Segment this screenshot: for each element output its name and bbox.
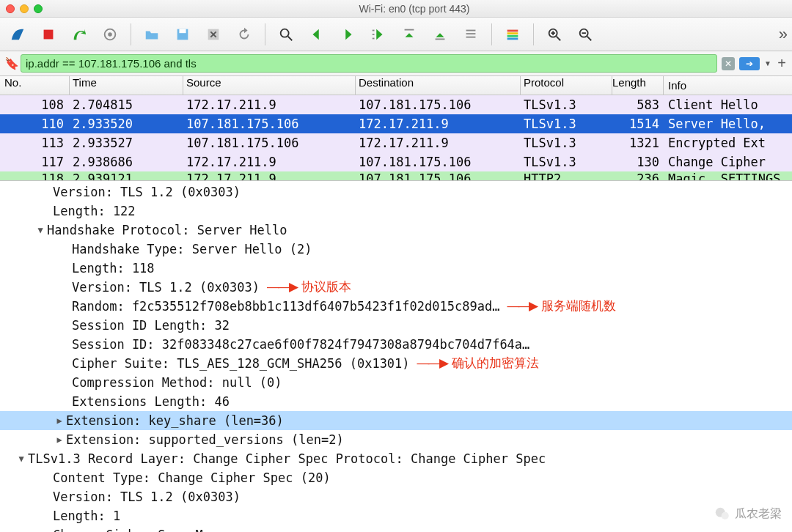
- svg-rect-15: [466, 36, 476, 37]
- packet-row[interactable]: 1082.704815172.17.211.9107.181.175.106TL…: [0, 95, 792, 114]
- chevron-down-icon[interactable]: ▼: [15, 449, 28, 468]
- tree-field[interactable]: Session ID Length: 32: [0, 316, 792, 335]
- go-first-button[interactable]: [396, 22, 422, 47]
- zoom-in-button[interactable]: [541, 22, 568, 47]
- annotation-text: 确认的加密算法: [452, 354, 539, 373]
- svg-rect-17: [507, 32, 518, 34]
- close-window-button[interactable]: [6, 4, 15, 13]
- svg-rect-4: [179, 29, 186, 33]
- toolbar-overflow-button[interactable]: »: [779, 25, 788, 44]
- tree-field[interactable]: Length: 118: [0, 259, 792, 278]
- find-packet-button[interactable]: [273, 22, 299, 47]
- svg-rect-13: [466, 29, 476, 31]
- add-filter-button[interactable]: +: [776, 55, 788, 72]
- zoom-window-button[interactable]: [34, 4, 43, 13]
- tree-field[interactable]: Version: TLS 1.2 (0x0303)——▶协议版本: [0, 278, 792, 297]
- go-back-button[interactable]: [304, 22, 330, 47]
- svg-rect-14: [466, 33, 476, 34]
- svg-rect-11: [405, 29, 414, 30]
- svg-rect-16: [507, 29, 518, 32]
- tree-field[interactable]: Change Cipher Spec Message: [0, 525, 792, 532]
- bookmark-icon[interactable]: 🔖: [4, 56, 16, 70]
- packet-list-header: No. Time Source Destination Protocol Len…: [0, 76, 792, 95]
- col-no[interactable]: No.: [0, 76, 70, 95]
- display-filter-input[interactable]: [21, 54, 717, 73]
- col-length[interactable]: Length: [612, 76, 664, 95]
- window-title: Wi-Fi: en0 (tcp port 443): [43, 3, 786, 15]
- shark-fin-icon[interactable]: [4, 22, 31, 47]
- tree-field[interactable]: Cipher Suite: TLS_AES_128_GCM_SHA256 (0x…: [0, 354, 792, 373]
- tree-expander[interactable]: ▼Handshake Protocol: Server Hello: [0, 221, 792, 240]
- packet-row[interactable]: 1172.938686172.17.211.9107.181.175.106TL…: [0, 152, 792, 171]
- svg-point-2: [108, 32, 112, 37]
- wechat-icon: [714, 506, 730, 522]
- chevron-right-icon[interactable]: ▶: [53, 430, 66, 449]
- tree-field[interactable]: Length: 1: [0, 506, 792, 525]
- col-source[interactable]: Source: [183, 76, 356, 95]
- tree-field[interactable]: Compression Method: null (0): [0, 373, 792, 392]
- col-time[interactable]: Time: [70, 76, 183, 95]
- window-titlebar: Wi-Fi: en0 (tcp port 443): [0, 0, 792, 18]
- tree-expander[interactable]: ▼TLSv1.3 Record Layer: Change Cipher Spe…: [0, 449, 792, 468]
- open-file-button[interactable]: [139, 22, 165, 47]
- minimize-window-button[interactable]: [20, 4, 29, 13]
- close-file-button[interactable]: [200, 22, 227, 47]
- go-last-button[interactable]: [427, 22, 453, 47]
- annotation-text: 协议版本: [301, 278, 351, 297]
- tree-expander[interactable]: ▶Extension: supported_versions (len=2): [0, 430, 792, 449]
- packet-row[interactable]: 1182.939121172.17.211.9107.181.175.106HT…: [0, 171, 792, 180]
- tree-expander-selected[interactable]: ▶Extension: key_share (len=36): [0, 411, 792, 430]
- col-info[interactable]: Info: [664, 79, 792, 92]
- chevron-down-icon[interactable]: ▼: [34, 221, 47, 240]
- packet-list[interactable]: 1082.704815172.17.211.9107.181.175.106TL…: [0, 95, 792, 181]
- colorize-button[interactable]: [499, 22, 526, 47]
- tree-field[interactable]: Handshake Type: Server Hello (2): [0, 240, 792, 259]
- auto-scroll-button[interactable]: [458, 22, 484, 47]
- filter-bar: 🔖 ✕ ➔ ▼ +: [0, 51, 792, 76]
- go-forward-button[interactable]: [334, 22, 361, 47]
- col-destination[interactable]: Destination: [356, 76, 521, 95]
- stop-capture-button[interactable]: [35, 22, 62, 47]
- filter-dropdown-icon[interactable]: ▼: [764, 59, 771, 67]
- tree-field[interactable]: Extensions Length: 46: [0, 392, 792, 411]
- apply-filter-button[interactable]: ➔: [739, 57, 760, 70]
- restart-capture-button[interactable]: [66, 22, 92, 47]
- svg-rect-10: [373, 37, 375, 39]
- svg-line-21: [557, 36, 561, 40]
- tree-field[interactable]: Content Type: Change Cipher Spec (20): [0, 468, 792, 487]
- tree-field[interactable]: Version: TLS 1.2 (0x0303): [0, 487, 792, 506]
- svg-rect-0: [44, 29, 54, 39]
- svg-rect-12: [436, 38, 445, 40]
- tree-field[interactable]: Random: f2c535512f708eb8bb1c113df6407b54…: [0, 297, 792, 316]
- svg-rect-8: [373, 29, 375, 31]
- tree-field[interactable]: Version: TLS 1.2 (0x0303): [0, 182, 792, 202]
- watermark: 瓜农老梁: [714, 506, 782, 522]
- options-button[interactable]: [97, 22, 123, 47]
- svg-rect-9: [373, 34, 375, 35]
- packet-row[interactable]: 1132.933527107.181.175.106172.17.211.9TL…: [0, 133, 792, 152]
- clear-filter-button[interactable]: ✕: [722, 57, 735, 70]
- svg-point-6: [281, 29, 289, 37]
- tree-field[interactable]: Session ID: 32f083348c27cae6f00f7824f794…: [0, 335, 792, 354]
- tree-field[interactable]: Length: 122: [0, 202, 792, 221]
- main-toolbar: »: [0, 18, 792, 51]
- reload-button[interactable]: [231, 22, 257, 47]
- svg-line-25: [587, 36, 592, 40]
- go-to-packet-button[interactable]: [365, 22, 392, 47]
- packet-details-tree[interactable]: Version: TLS 1.2 (0x0303) Length: 122 ▼H…: [0, 181, 792, 532]
- save-file-button[interactable]: [169, 22, 196, 47]
- svg-rect-18: [507, 34, 518, 37]
- chevron-right-icon[interactable]: ▶: [53, 411, 66, 430]
- col-protocol[interactable]: Protocol: [521, 76, 612, 95]
- svg-line-7: [288, 36, 293, 40]
- window-controls[interactable]: [6, 4, 43, 13]
- svg-point-28: [722, 512, 729, 520]
- annotation-text: 服务端随机数: [541, 297, 616, 316]
- zoom-out-button[interactable]: [572, 22, 598, 47]
- svg-rect-19: [507, 37, 518, 40]
- packet-row[interactable]: 1102.933520107.181.175.106172.17.211.9TL…: [0, 114, 792, 133]
